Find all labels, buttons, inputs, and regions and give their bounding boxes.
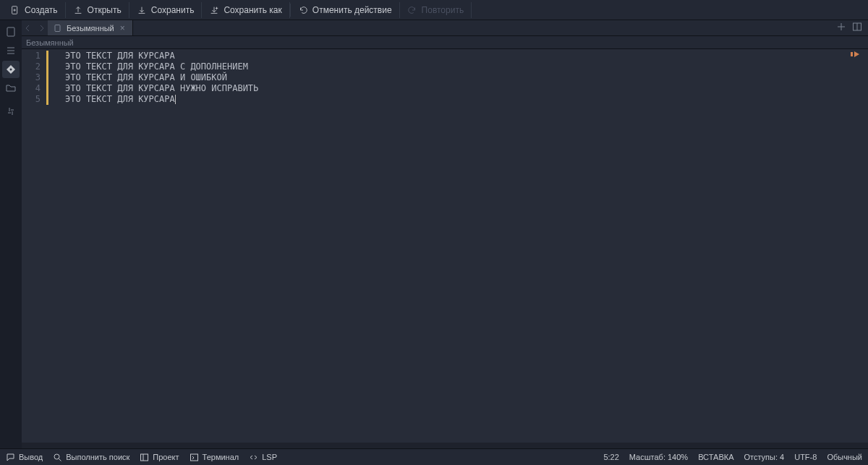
code-area[interactable]: ЭТО ТЕКСТ ДЛЯ КУРСАРАЭТО ТЕКСТ ДЛЯ КУРСА…: [46, 49, 868, 443]
save-as-label: Сохранить как: [224, 5, 281, 15]
save-label: Сохранить: [151, 5, 195, 15]
terminal-icon: [190, 453, 199, 462]
svg-rect-10: [55, 25, 60, 31]
redo-label: Повторить: [422, 5, 464, 15]
open-label: Открыть: [88, 5, 122, 15]
status-filetype[interactable]: Обычный: [827, 453, 862, 461]
status-project[interactable]: Проект: [140, 453, 179, 462]
nav-forward[interactable]: [35, 20, 48, 35]
text-cursor: [175, 95, 176, 104]
svg-line-18: [59, 458, 61, 461]
tab-close[interactable]: ×: [119, 23, 127, 33]
code-line[interactable]: ЭТО ТЕКСТ ДЛЯ КУРСАРА С ДОПОЛНЕНИЕМ: [65, 61, 868, 72]
sliders-icon: [5, 106, 17, 117]
download-icon: [137, 5, 147, 15]
svg-point-17: [54, 454, 59, 459]
split-view-icon[interactable]: [852, 22, 862, 34]
chat-icon: [6, 453, 15, 462]
nav-back[interactable]: [22, 20, 35, 35]
file-plus-icon: [10, 5, 20, 15]
editor-pane: Безымянный × Безымянный 12345 ЭТО ТЕКСТ …: [22, 20, 868, 448]
activity-list[interactable]: [2, 42, 20, 59]
add-tab-icon[interactable]: [836, 22, 846, 34]
create-label: Создать: [25, 5, 58, 15]
undo-icon: [298, 5, 308, 15]
tab-active[interactable]: Безымянный ×: [48, 20, 133, 35]
redo-button[interactable]: Повторить: [400, 2, 472, 18]
code-icon: [249, 453, 258, 462]
open-button[interactable]: Открыть: [66, 2, 129, 18]
status-output[interactable]: Вывод: [6, 453, 43, 462]
activity-bar: [0, 20, 22, 448]
status-indent[interactable]: Отступы: 4: [744, 453, 784, 461]
activity-plugins[interactable]: [2, 103, 20, 120]
document-icon: [5, 26, 17, 38]
file-icon: [54, 24, 62, 33]
redo-icon: [407, 5, 417, 15]
create-button[interactable]: Создать: [3, 2, 66, 18]
code-line[interactable]: ЭТО ТЕКСТ ДЛЯ КУРСАРА: [65, 94, 868, 105]
status-search[interactable]: Выполнить поиск: [53, 453, 129, 462]
git-branch-icon: [5, 64, 17, 75]
svg-rect-5: [7, 27, 14, 36]
status-terminal[interactable]: Терминал: [190, 453, 239, 462]
tab-title: Безымянный: [67, 24, 114, 33]
svg-point-9: [10, 69, 12, 71]
activity-folder[interactable]: [2, 80, 20, 97]
horizontal-scrollbar[interactable]: [22, 443, 868, 448]
status-bar: Вывод Выполнить поиск Проект Терминал LS…: [0, 448, 868, 465]
svg-rect-19: [141, 454, 148, 461]
save-as-button[interactable]: Сохранить как: [202, 2, 289, 18]
line-number-gutter: 12345: [22, 49, 46, 443]
top-toolbar: Создать Открыть Сохранить Сохранить как …: [0, 0, 868, 20]
activity-documents[interactable]: [2, 23, 20, 40]
status-mode[interactable]: ВСТАВКА: [698, 453, 733, 461]
code-line[interactable]: ЭТО ТЕКСТ ДЛЯ КУРСАРА: [65, 51, 868, 61]
list-icon: [5, 45, 17, 56]
layout-icon: [140, 453, 149, 462]
editor[interactable]: 12345 ЭТО ТЕКСТ ДЛЯ КУРСАРАЭТО ТЕКСТ ДЛЯ…: [22, 49, 868, 443]
code-line[interactable]: ЭТО ТЕКСТ ДЛЯ КУРСАРА НУЖНО ИСПРАВИТЬ: [65, 83, 868, 94]
svg-rect-15: [851, 52, 853, 56]
search-icon: [53, 453, 62, 462]
run-indicator-icon[interactable]: [851, 51, 861, 59]
activity-git[interactable]: [2, 61, 20, 78]
undo-button[interactable]: Отменить действие: [291, 2, 400, 18]
code-line[interactable]: ЭТО ТЕКСТ ДЛЯ КУРСАРА И ОШИБКОЙ: [65, 72, 868, 83]
status-zoom[interactable]: Масштаб: 140%: [629, 453, 688, 461]
status-position[interactable]: 5:22: [603, 453, 618, 461]
undo-label: Отменить действие: [312, 5, 392, 15]
tab-bar: Безымянный ×: [22, 20, 868, 36]
upload-icon: [73, 5, 83, 15]
download-plus-icon: [209, 5, 219, 15]
folder-icon: [5, 82, 17, 94]
status-encoding[interactable]: UTF-8: [794, 453, 817, 461]
svg-rect-21: [190, 454, 197, 461]
save-button[interactable]: Сохранить: [129, 2, 203, 18]
status-lsp[interactable]: LSP: [249, 453, 277, 462]
breadcrumb[interactable]: Безымянный: [22, 36, 868, 49]
breadcrumb-text: Безымянный: [26, 38, 74, 47]
svg-marker-16: [854, 51, 859, 57]
